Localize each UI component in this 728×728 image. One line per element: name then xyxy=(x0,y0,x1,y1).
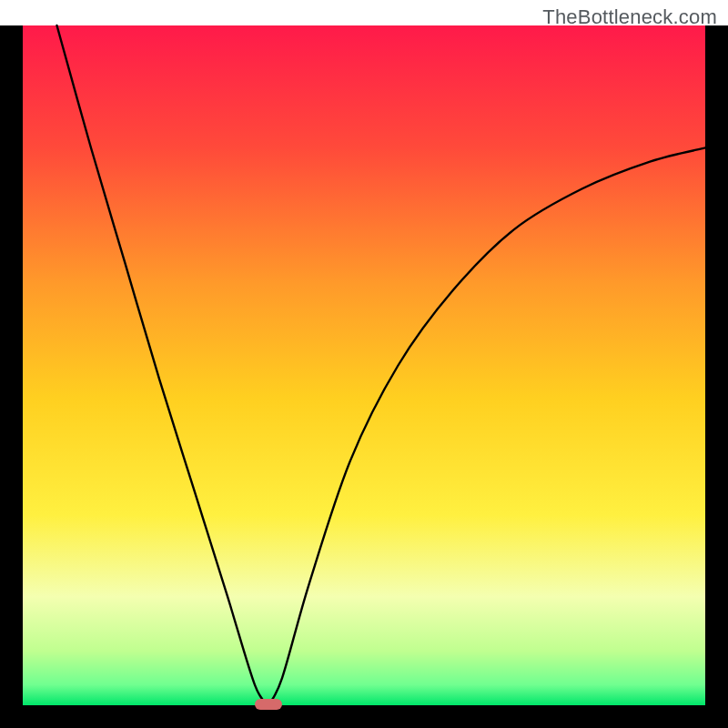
chart-svg xyxy=(0,0,728,728)
chart-frame xyxy=(0,0,728,728)
watermark-text: TheBottleneck.com xyxy=(542,5,717,29)
plot-background xyxy=(23,25,705,705)
optimum-marker xyxy=(255,699,282,710)
